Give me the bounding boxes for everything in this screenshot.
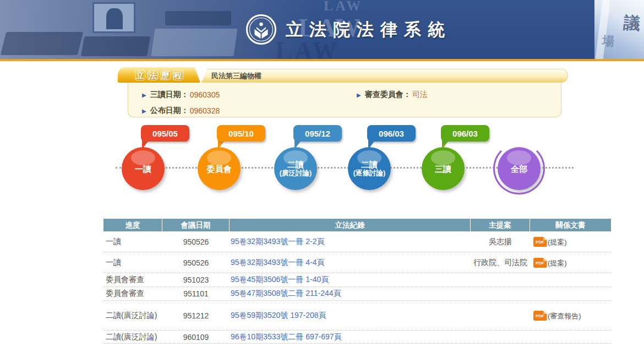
pdf-icon: PDF — [533, 311, 547, 321]
col-meeting-date: 會議日期 — [162, 219, 230, 231]
record-link[interactable]: 95卷32期3493號一冊 4-4頁 — [231, 258, 324, 267]
committee-value: 司法 — [412, 90, 428, 100]
timeline-date-bubble: 095/10 — [217, 125, 265, 142]
third-reading-date: ▶ 三讀日期： 0960305 — [142, 90, 357, 100]
record-link[interactable]: 96卷10期3533號二冊 697-697頁 — [231, 332, 342, 341]
building-photo: 議 場 — [594, 0, 644, 59]
tab-legislative-history[interactable]: 立 法 歷 程 — [118, 67, 200, 83]
record-link[interactable]: 95卷59期3520號 197-208頁 — [231, 311, 326, 320]
page: LAW LAW LAW 立法院法律系統 議 場 立 法 歷 程 民法第三編物權 — [0, 0, 644, 346]
timeline-date-bubble: 096/03 — [441, 125, 489, 142]
col-related-docs: 關係文書 — [530, 219, 611, 231]
third-reading-value: 0960305 — [190, 90, 220, 99]
pdf-icon: PDF — [533, 237, 547, 247]
bullet-arrow-icon: ▶ — [142, 108, 146, 114]
col-record: 立法紀錄 — [230, 219, 471, 231]
law-info-box: ▶ 三讀日期： 0960305 ▶ 審查委員會： 司法 ▶ 公布日期： 0960… — [128, 83, 561, 117]
review-committee: ▶ 審查委員會： 司法 — [357, 90, 561, 100]
announce-value: 0960328 — [190, 106, 220, 115]
pdf-document-link[interactable]: PDF (審查報告) — [533, 311, 588, 321]
site-header: LAW LAW LAW 立法院法律系統 議 場 — [0, 0, 644, 61]
table-row: 委員會審查 951101 95卷47期3508號二冊 211-244頁 — [103, 287, 611, 301]
timeline-date-bubble: 095/12 — [293, 125, 342, 142]
bullet-arrow-icon: ▶ — [357, 92, 361, 98]
record-link[interactable]: 95卷45期3506號一冊 1-40頁 — [231, 275, 329, 284]
stage-third-reading[interactable]: 三讀 — [422, 147, 465, 190]
stage-second-reading-clause[interactable]: 二讀 (逐條討論) — [348, 147, 391, 190]
pdf-document-link[interactable]: PDF (提案) — [533, 237, 588, 247]
building-sign-char: 場 — [602, 33, 615, 50]
col-proposer: 主提案 — [471, 219, 530, 231]
table-header: 進度 會議日期 立法紀錄 主提案 關係文書 — [103, 219, 611, 231]
table-row: 二讀(廣泛討論) 960109 96卷10期3533號二冊 697-697頁 — [103, 331, 611, 344]
pdf-icon: PDF — [533, 258, 547, 268]
announce-date: ▶ 公布日期： 0960328 — [142, 106, 357, 116]
stage-first-reading[interactable]: 一讀 — [122, 147, 165, 190]
timeline-date-bubble: 095/05 — [141, 125, 189, 142]
col-progress: 進度 — [103, 219, 162, 231]
brand: 立法院法律系統 — [245, 14, 451, 45]
library-logo-icon — [245, 14, 277, 45]
record-link[interactable]: 95卷32期3493號一冊 2-2頁 — [231, 237, 324, 246]
table-row: 一讀 950526 95卷32期3493號一冊 2-2頁 吳志揚 PDF (提案… — [103, 231, 611, 252]
legislative-records-table: 進度 會議日期 立法紀錄 主提案 關係文書 一讀 950526 95卷32期34… — [103, 219, 611, 344]
table-row: 二讀(廣泛討論) 951212 95卷59期3520號 197-208頁 PDF… — [103, 301, 611, 331]
table-row: 委員會審查 951023 95卷45期3506號一冊 1-40頁 — [103, 273, 611, 287]
portrait-frame — [92, 2, 135, 33]
stage-all[interactable]: 全部 — [498, 147, 541, 190]
timeline-date-bubble: 096/03 — [367, 125, 416, 142]
pdf-document-link[interactable]: PDF (提案) — [533, 258, 588, 268]
law-name: 民法第三編物權 — [211, 71, 261, 81]
bullet-arrow-icon: ▶ — [142, 92, 146, 98]
table-row: 一讀 950526 95卷32期3493號一冊 4-4頁 行政院、司法院 PDF… — [103, 252, 611, 273]
record-link[interactable]: 95卷47期3508號二冊 211-244頁 — [231, 289, 341, 298]
law-name-strip: 民法第三編物權 — [201, 69, 568, 83]
stage-second-reading-general[interactable]: 二讀 (廣泛討論) — [274, 147, 317, 190]
law-watermark: LAW — [324, 0, 363, 14]
site-title: 立法院法律系統 — [286, 18, 451, 41]
building-sign-char: 議 — [623, 12, 641, 35]
stage-committee[interactable]: 委員會 — [198, 147, 241, 190]
